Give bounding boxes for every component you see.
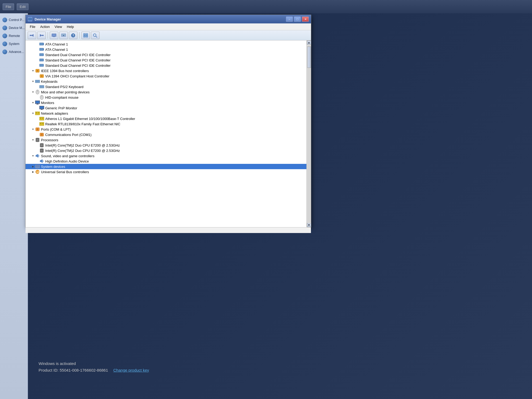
tree-item[interactable]: ▶USBUniversal Serial Bus controllers: [26, 169, 306, 174]
sidebar-item-advanced[interactable]: Advance...: [1, 48, 26, 56]
tree-expander[interactable]: [35, 58, 39, 62]
tree-expander[interactable]: [35, 74, 39, 78]
tree-item[interactable]: ATA Channel 1: [26, 41, 306, 47]
tree-item-icon: [39, 53, 44, 57]
sidebar-item-device-manager[interactable]: Device M...: [1, 24, 26, 32]
change-product-key-link[interactable]: Change product key: [113, 368, 149, 372]
tree-item[interactable]: ▼IEEE 1394 Bus host controllers: [26, 68, 306, 73]
menu-action[interactable]: Action: [38, 24, 52, 30]
tree-expander[interactable]: ▼: [31, 79, 35, 84]
tree-item[interactable]: Standard Dual Channel PCI IDE Controller: [26, 57, 306, 63]
tree-expander[interactable]: ▶: [31, 164, 35, 169]
tree-item-icon: [39, 47, 44, 52]
scan-button[interactable]: [91, 32, 99, 39]
tree-item-icon: [35, 79, 40, 84]
scrollbar-thumb[interactable]: [307, 47, 311, 68]
sidebar-item-control-panel[interactable]: Control P...: [1, 16, 26, 24]
menu-view[interactable]: View: [52, 24, 64, 30]
sidebar-label-remote: Remote: [9, 34, 20, 38]
tree-expander[interactable]: [35, 95, 39, 99]
tree-item[interactable]: High Definition Audio Device: [26, 159, 306, 164]
minimize-button[interactable]: −: [286, 16, 293, 22]
menu-help[interactable]: Help: [65, 24, 76, 30]
svg-rect-43: [41, 87, 42, 87]
tree-expander[interactable]: [35, 42, 39, 46]
tree-expander[interactable]: [35, 159, 39, 163]
tree-item[interactable]: VIA 1394 OHCI Compliant Host Controller: [26, 73, 306, 79]
tree-expander[interactable]: ▼: [31, 69, 35, 73]
tree-expander[interactable]: ▼: [31, 127, 35, 131]
tree-item[interactable]: Standard Dual Channel PCI IDE Controller: [26, 63, 306, 68]
svg-rect-52: [36, 104, 39, 105]
tree-expander[interactable]: [35, 117, 39, 121]
tree-item[interactable]: ▼Network adapters: [26, 111, 306, 116]
tree-item[interactable]: ▼Sound, video and game controllers: [26, 153, 306, 159]
scrollbar-track[interactable]: [307, 45, 311, 222]
tree-item[interactable]: Generic PnP Monitor: [26, 105, 306, 111]
tree-expander[interactable]: [35, 63, 39, 68]
tree-item[interactable]: Intel(R) Core(TM)2 Duo CPU E7200 @ 2.53G…: [26, 143, 306, 148]
scrollbar-down[interactable]: ▼: [307, 223, 311, 227]
tree-item-label: Standard Dual Channel PCI IDE Controller: [45, 64, 111, 68]
tree-item[interactable]: Atheros L1 Gigabit Ethernet 10/100/1000B…: [26, 116, 306, 121]
edit-menu-btn[interactable]: Edit: [17, 3, 28, 10]
tree-item-label: Intel(R) Core(TM)2 Duo CPU E7200 @ 2.53G…: [45, 143, 120, 147]
tree-item[interactable]: Realtek RTL8139/810x Family Fast Etherne…: [26, 121, 306, 127]
scrollbar-up[interactable]: ▲: [307, 40, 311, 45]
tree-expander[interactable]: [35, 122, 39, 126]
back-button[interactable]: [28, 32, 36, 39]
tree-expander[interactable]: [35, 132, 39, 137]
tree-item-icon: [39, 132, 44, 137]
tree-expander[interactable]: ▶: [31, 170, 35, 174]
tree-expander[interactable]: ▼: [31, 138, 35, 142]
resources-button[interactable]: [81, 32, 90, 39]
tree-item[interactable]: Standard PS/2 Keyboard: [26, 84, 306, 89]
title-bar-controls: − □ ✕: [286, 16, 309, 22]
tree-item[interactable]: ▼Ports (COM & LPT): [26, 127, 306, 132]
tree-item[interactable]: Communications Port (COM1): [26, 132, 306, 137]
file-menu-btn[interactable]: File: [3, 3, 14, 10]
tree-item[interactable]: HID-compliant mouse: [26, 95, 306, 100]
maximize-button[interactable]: □: [294, 16, 301, 22]
sidebar-label-system: System: [9, 42, 19, 46]
menu-file[interactable]: File: [28, 24, 38, 30]
tree-item[interactable]: ▼Monitors: [26, 100, 306, 105]
tree-expander[interactable]: [35, 53, 39, 57]
svg-rect-19: [43, 43, 44, 44]
help-button[interactable]: ?: [69, 32, 77, 39]
show-devices-button[interactable]: [50, 32, 58, 39]
svg-rect-1: [29, 18, 31, 18]
forward-button[interactable]: [37, 32, 46, 39]
tree-expander[interactable]: ▼: [31, 154, 35, 158]
tree-expander[interactable]: ▼: [31, 101, 35, 105]
toolbar: ?: [26, 30, 311, 40]
svg-rect-50: [36, 101, 39, 103]
sidebar-item-system[interactable]: System: [1, 40, 26, 48]
tree-item-label: Standard Dual Channel PCI IDE Controller: [45, 53, 111, 57]
tree-item[interactable]: ▼Keyboards: [26, 79, 306, 84]
svg-rect-15: [86, 36, 88, 37]
tree-expander[interactable]: [35, 106, 39, 110]
tree-expander[interactable]: [35, 148, 39, 153]
tree-item-icon: [39, 148, 44, 153]
tree-item[interactable]: ▼Mice and other pointing devices: [26, 89, 306, 95]
tree-item[interactable]: ATA Channel 1: [26, 47, 306, 52]
tree-item-icon: [39, 159, 44, 163]
tree-expander[interactable]: [35, 85, 39, 89]
tree-expander[interactable]: [35, 47, 39, 52]
tree-item-icon: [35, 90, 40, 94]
tree-expander[interactable]: ▼: [31, 111, 35, 115]
device-tree[interactable]: ATA Channel 1ATA Channel 1Standard Dual …: [26, 40, 307, 227]
tree-expander[interactable]: [35, 143, 39, 147]
tree-item-label: Mice and other pointing devices: [41, 90, 90, 94]
close-button[interactable]: ✕: [302, 16, 309, 22]
tree-item[interactable]: Intel(R) Core(TM)2 Duo CPU E7200 @ 2.53G…: [26, 148, 306, 153]
show-hidden-button[interactable]: [59, 32, 68, 39]
tree-expander[interactable]: ▼: [31, 90, 35, 94]
tree-item[interactable]: ▼Processors: [26, 137, 306, 143]
scrollbar[interactable]: ▲ ▼: [307, 40, 311, 227]
tree-item[interactable]: Standard Dual Channel PCI IDE Controller: [26, 52, 306, 57]
svg-rect-55: [41, 109, 42, 110]
tree-item[interactable]: ▶System devices: [26, 164, 306, 169]
sidebar-item-remote[interactable]: Remote: [1, 32, 26, 40]
